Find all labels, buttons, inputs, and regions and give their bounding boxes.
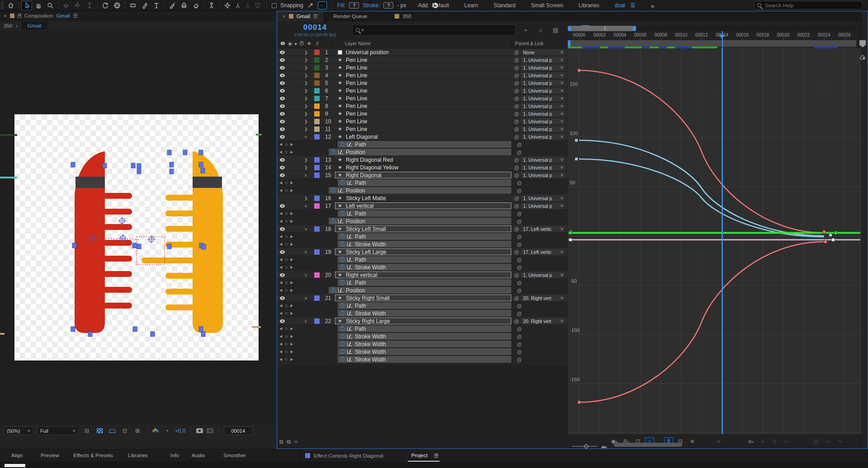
- layer-name[interactable]: Sticky Left Large: [346, 248, 386, 256]
- expand-chevron[interactable]: ❯: [304, 71, 308, 79]
- property-name[interactable]: Stroke Width: [355, 349, 386, 355]
- eye-toggle[interactable]: [280, 58, 285, 62]
- eye-toggle[interactable]: [280, 81, 285, 85]
- transparency-grid-icon[interactable]: [95, 427, 104, 435]
- pick-whip-icon[interactable]: @: [517, 148, 522, 156]
- layer-row-8[interactable]: ❯8★Pen Line@1. Universal p∨: [277, 102, 568, 110]
- expand-chevron[interactable]: ❯: [304, 87, 308, 94]
- parent-dropdown[interactable]: 1. Universal p∨: [521, 103, 565, 109]
- snapping-checkbox[interactable]: [272, 3, 277, 8]
- layer-name[interactable]: Pen Line: [346, 87, 367, 94]
- graph-grid[interactable]: 150100500-50-100-150: [568, 48, 862, 434]
- keyframe-navigator[interactable]: ◀◇▶: [279, 332, 296, 340]
- pick-whip-icon[interactable]: @: [514, 48, 519, 56]
- layer-name[interactable]: Universal position: [346, 48, 389, 56]
- property-name[interactable]: Path: [355, 234, 366, 240]
- parent-dropdown[interactable]: 1. Universal p∨: [521, 172, 565, 178]
- panel-close-icon[interactable]: ×: [4, 13, 7, 19]
- layer-name[interactable]: Pen Line: [346, 71, 367, 79]
- label-color[interactable]: [314, 226, 320, 232]
- pick-whip-icon[interactable]: @: [514, 271, 519, 279]
- label-color[interactable]: [314, 318, 320, 324]
- property-name[interactable]: Stroke Width: [355, 356, 386, 363]
- property-graph-icon[interactable]: [347, 242, 352, 246]
- layer-row-6[interactable]: ❯6★Pen Line@1. Universal p∨: [277, 87, 568, 94]
- property-row-position[interactable]: ◀◇▶Position@: [277, 148, 568, 156]
- keyframe-navigator[interactable]: ◀◇▶: [279, 187, 296, 194]
- pick-whip-icon[interactable]: @: [514, 56, 519, 64]
- property-name[interactable]: Path: [355, 180, 366, 186]
- keyframe-navigator[interactable]: ◀◇▶: [279, 356, 296, 363]
- layer-row-14[interactable]: ❯14★Right Diagonal Yellow@1. Universal p…: [277, 164, 568, 171]
- parent-dropdown[interactable]: 20. Right vert∨: [521, 318, 565, 324]
- layer-name[interactable]: Sticky Left Matte: [346, 194, 386, 202]
- resolution-dropdown[interactable]: Full∨: [37, 426, 79, 435]
- expand-layer-switches-icon[interactable]: ⧉: [279, 439, 283, 445]
- snap-dimensions-icon[interactable]: ≍: [714, 437, 723, 446]
- tab-menu-icon[interactable]: ☰: [313, 13, 318, 19]
- property-row-stroke-width[interactable]: ◀◇▶Stroke Width@: [277, 356, 568, 363]
- layer-row-3[interactable]: ❯3★Pen Line@1. Universal p∨: [277, 64, 568, 71]
- pick-whip-icon[interactable]: @: [517, 279, 522, 286]
- pick-whip-icon[interactable]: @: [517, 256, 522, 263]
- label-color[interactable]: [314, 272, 320, 278]
- pick-whip-icon[interactable]: @: [517, 210, 522, 217]
- property-name[interactable]: Stroke Width: [355, 341, 386, 347]
- pick-whip-icon[interactable]: @: [514, 64, 519, 71]
- pick-whip-icon[interactable]: @: [514, 171, 519, 179]
- eye-toggle[interactable]: [280, 127, 285, 131]
- property-row-path[interactable]: ◀◇▶Path@: [277, 233, 568, 240]
- parent-dropdown[interactable]: 1. Universal p∨: [521, 95, 565, 102]
- tab-project[interactable]: Project: [411, 453, 428, 459]
- stopwatch-icon[interactable]: [331, 288, 335, 292]
- eye-toggle[interactable]: [280, 319, 285, 323]
- label-color[interactable]: [314, 249, 320, 255]
- keyframe-navigator[interactable]: ◀◇▶: [279, 309, 296, 317]
- expand-chevron[interactable]: ❯: [304, 79, 308, 87]
- pan-behind-tool-icon[interactable]: [112, 1, 123, 10]
- layer-name-column[interactable]: Layer Name: [345, 39, 371, 47]
- layer-name[interactable]: Right Diagonal: [346, 171, 382, 179]
- property-graph-icon[interactable]: [338, 188, 343, 192]
- property-row-position[interactable]: ◀◇▶Position@: [277, 286, 568, 294]
- property-row-stroke-width[interactable]: ◀◇▶Stroke Width@: [277, 348, 568, 356]
- expand-chevron[interactable]: ❯: [304, 156, 308, 164]
- fast-previews-icon[interactable]: ⊟: [82, 427, 91, 435]
- time-navigator[interactable]: [568, 26, 856, 31]
- hold-keyframe-icon[interactable]: ⌐: [782, 437, 791, 446]
- stopwatch-icon[interactable]: [340, 234, 344, 239]
- layer-row-11[interactable]: ❯11★Pen Line@1. Universal p∨: [277, 125, 568, 133]
- property-name[interactable]: Path: [355, 257, 366, 263]
- parent-dropdown[interactable]: 1. Universal p∨: [521, 57, 565, 63]
- property-row-path[interactable]: ◀◇▶Path@: [277, 210, 568, 217]
- workspace-overflow-icon[interactable]: »: [651, 2, 654, 9]
- pick-whip-icon[interactable]: @: [514, 317, 519, 325]
- stroke-value[interactable]: ?: [383, 2, 393, 9]
- stopwatch-icon[interactable]: [340, 350, 344, 354]
- brush-tool-icon[interactable]: [167, 1, 178, 10]
- rotate-tool-icon[interactable]: [100, 1, 111, 10]
- tab-effect-controls[interactable]: Effect Controls Right Diagonal: [314, 453, 383, 459]
- label-color[interactable]: [314, 111, 320, 117]
- layer-row-21[interactable]: ∨21★Sticky Right Small@20. Right vert∨: [277, 294, 568, 302]
- keyframe-navigator[interactable]: ◀◇▶: [279, 233, 296, 240]
- property-row-stroke-width[interactable]: ◀◇▶Stroke Width@: [277, 332, 568, 340]
- parent-dropdown[interactable]: 1. Universal p∨: [521, 203, 565, 209]
- keyframe-navigator[interactable]: ◀◇▶: [279, 302, 296, 309]
- expand-chevron[interactable]: ∨: [304, 271, 307, 279]
- region-of-interest-icon[interactable]: ⊡: [120, 427, 129, 435]
- eraser-tool-icon[interactable]: [190, 1, 201, 10]
- eye-toggle[interactable]: [280, 273, 285, 277]
- property-name[interactable]: Position: [346, 149, 365, 155]
- pan-camera-tool-icon[interactable]: [72, 1, 83, 10]
- layer-row-15[interactable]: ∨15★Right Diagonal@1. Universal p∨: [277, 171, 568, 179]
- show-snapshot-icon[interactable]: [207, 428, 213, 433]
- label-color[interactable]: [314, 50, 320, 55]
- property-graph-icon[interactable]: [347, 334, 352, 338]
- snap-arrow-icon[interactable]: [307, 2, 314, 9]
- parent-dropdown[interactable]: 1. Universal p∨: [521, 134, 565, 140]
- eye-toggle[interactable]: [280, 296, 285, 300]
- current-time-field[interactable]: 00014: [283, 23, 347, 32]
- property-graph-icon[interactable]: [338, 288, 343, 292]
- eye-toggle[interactable]: [280, 120, 285, 123]
